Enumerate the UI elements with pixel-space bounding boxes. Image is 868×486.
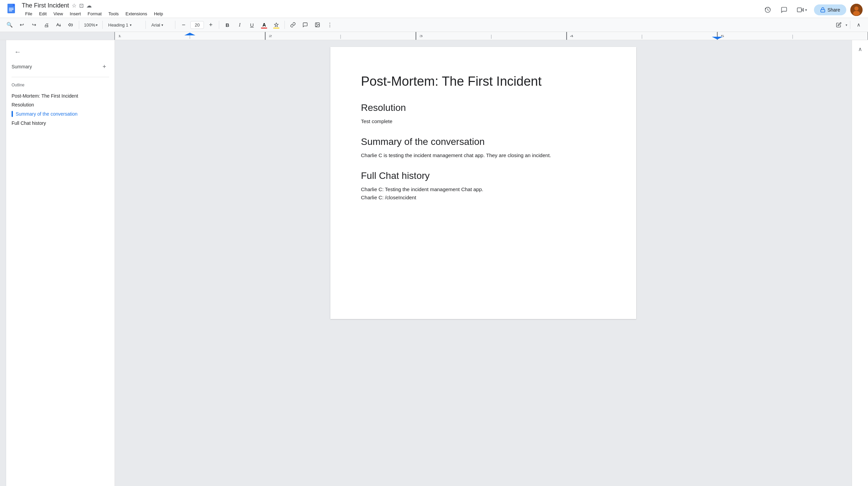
zoom-control[interactable]: 100% ▾	[82, 22, 100, 28]
outline-item-label-0: Post-Mortem: The First Incident	[12, 93, 78, 99]
comment-inline-btn[interactable]	[300, 19, 311, 30]
menu-help[interactable]: Help	[151, 10, 167, 18]
outline-item-label-3: Full Chat history	[12, 120, 46, 126]
bold-btn[interactable]: B	[222, 19, 233, 30]
document-page: Post-Mortem: The First Incident Resoluti…	[330, 47, 636, 319]
toolbar: 🔍 ↩ ↪ 🖨 100% ▾ Heading 1 ▾ Arial ▾ − 20 …	[0, 18, 868, 32]
svg-text:3: 3	[419, 34, 423, 38]
svg-text:2: 2	[268, 34, 272, 38]
document-title[interactable]: The First Incident	[22, 2, 69, 9]
font-chevron-icon: ▾	[161, 23, 163, 27]
svg-rect-4	[9, 11, 12, 11]
outline-item-3[interactable]: Full Chat history	[12, 119, 109, 128]
edit-mode-btn[interactable]	[833, 19, 844, 30]
title-section: The First Incident ☆ ⊡ ☁ File Edit View …	[22, 2, 167, 18]
folder-icon[interactable]: ⊡	[79, 2, 84, 9]
zoom-chevron-icon: ▾	[96, 23, 98, 27]
svg-rect-3	[9, 9, 14, 10]
separator-2	[102, 21, 103, 29]
collapse-toolbar-btn[interactable]: ∧	[853, 19, 864, 30]
svg-point-13	[316, 24, 317, 24]
star-icon[interactable]: ☆	[72, 2, 76, 9]
more-options-btn[interactable]: ⋮	[324, 19, 335, 30]
section-1-heading: Summary of the conversation	[361, 136, 606, 147]
separator-5	[219, 21, 219, 29]
section-2-heading: Full Chat history	[361, 170, 606, 181]
doc-area[interactable]: Post-Mortem: The First Incident Resoluti…	[115, 40, 852, 486]
share-label: Share	[828, 7, 840, 13]
svg-point-10	[854, 6, 858, 11]
outline-label: Outline	[12, 83, 109, 87]
separator-1	[79, 21, 79, 29]
zoom-value: 100%	[84, 22, 95, 28]
docs-logo-icon	[5, 3, 19, 17]
svg-point-11	[853, 11, 860, 16]
outline-item-0[interactable]: Post-Mortem: The First Incident	[12, 91, 109, 100]
font-size-input[interactable]: 20	[190, 21, 204, 29]
outline-item-1[interactable]: Resolution	[12, 100, 109, 109]
separator-4	[175, 21, 175, 29]
font-value: Arial	[151, 22, 160, 28]
font-size-decrease-btn[interactable]: −	[178, 19, 189, 30]
outline-item-label-1: Resolution	[12, 102, 34, 107]
share-button[interactable]: Share	[814, 4, 846, 15]
menu-edit[interactable]: Edit	[36, 10, 50, 18]
meet-icon[interactable]: ▾	[794, 4, 810, 15]
svg-text:4: 4	[570, 34, 573, 38]
style-selector[interactable]: Heading 1 ▾	[105, 22, 143, 28]
font-size-increase-btn[interactable]: +	[205, 19, 216, 30]
link-btn[interactable]	[288, 19, 298, 30]
sidebar-divider	[12, 77, 109, 77]
avatar[interactable]	[850, 4, 863, 16]
ruler-content: 1 2 3 4 5	[115, 32, 868, 40]
document-page-title: Post-Mortem: The First Incident	[361, 74, 606, 89]
menu-extensions[interactable]: Extensions	[122, 10, 151, 18]
right-panel-scroll-up-btn[interactable]: ∧	[854, 43, 866, 55]
image-btn[interactable]	[312, 19, 323, 30]
spellcheck-icon[interactable]	[53, 19, 64, 30]
separator-6	[284, 21, 285, 29]
menu-view[interactable]: View	[50, 10, 66, 18]
sidebar-summary-row: Summary +	[12, 62, 109, 71]
sidebar-add-btn[interactable]: +	[100, 62, 109, 71]
comments-icon[interactable]	[778, 4, 790, 16]
cloud-icon[interactable]: ☁	[86, 2, 92, 9]
menu-format[interactable]: Format	[84, 10, 105, 18]
menu-tools[interactable]: Tools	[105, 10, 122, 18]
sidebar-back-btn[interactable]: ←	[12, 46, 24, 58]
separator-7	[850, 21, 850, 29]
active-indicator	[12, 111, 13, 117]
title-bar: The First Incident ☆ ⊡ ☁ File Edit View …	[0, 0, 868, 18]
text-color-btn[interactable]: A	[259, 19, 270, 30]
style-chevron-icon: ▾	[130, 23, 132, 27]
svg-rect-7	[797, 8, 801, 12]
underline-btn[interactable]: U	[246, 19, 257, 30]
undo-icon[interactable]: ↩	[16, 19, 27, 30]
right-panel: ∧	[852, 40, 868, 486]
sidebar: ← Summary + Outline Post-Mortem: The Fir…	[6, 40, 115, 486]
svg-marker-6	[801, 9, 803, 11]
menu-file[interactable]: File	[22, 10, 36, 18]
doc-title-row: The First Incident ☆ ⊡ ☁	[22, 2, 167, 9]
section-2-line-1: Charlie C: /closeIncident	[361, 194, 606, 202]
menu-bar: File Edit View Insert Format Tools Exten…	[22, 10, 167, 18]
style-value: Heading 1	[108, 22, 128, 28]
highlight-color-btn[interactable]	[271, 19, 282, 30]
section-2-line-0: Charlie C: Testing the incident manageme…	[361, 185, 606, 194]
history-icon[interactable]	[762, 4, 774, 16]
title-bar-right: ▾ Share	[762, 4, 863, 16]
section-1-body: Charlie C is testing the incident manage…	[361, 151, 606, 160]
paint-format-icon[interactable]	[65, 19, 76, 30]
outline-item-2[interactable]: Summary of the conversation	[12, 109, 109, 119]
section-0-body: Test complete	[361, 117, 606, 125]
font-selector[interactable]: Arial ▾	[149, 22, 172, 28]
redo-icon[interactable]: ↪	[29, 19, 39, 30]
section-0-heading: Resolution	[361, 102, 606, 113]
search-toolbar-icon[interactable]: 🔍	[4, 19, 15, 30]
print-icon[interactable]: 🖨	[41, 19, 52, 30]
svg-rect-8	[821, 10, 825, 12]
menu-insert[interactable]: Insert	[66, 10, 84, 18]
italic-btn[interactable]: I	[234, 19, 245, 30]
outline-item-label-2: Summary of the conversation	[16, 111, 77, 117]
svg-text:1: 1	[118, 34, 121, 38]
